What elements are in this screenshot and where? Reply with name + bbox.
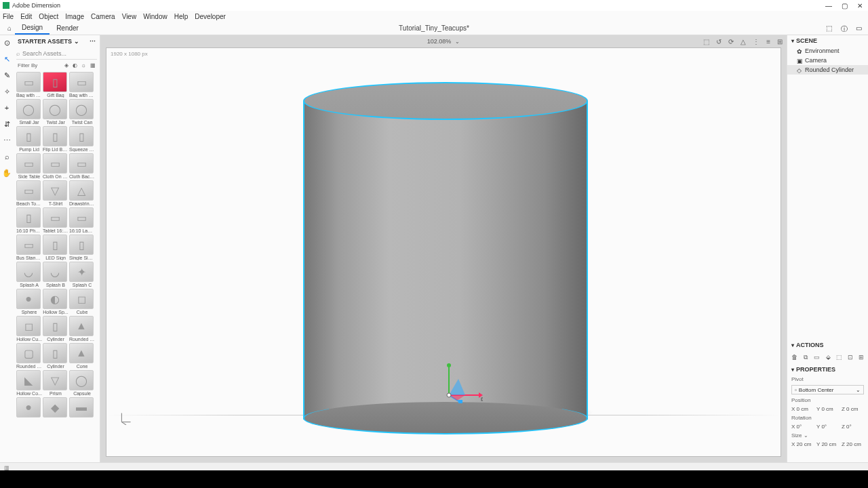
cards-icon[interactable]: ▥	[4, 465, 9, 471]
menu-developer[interactable]: Developer	[195, 13, 226, 20]
menu-object[interactable]: Object	[39, 13, 58, 20]
asset-item[interactable]: ▯Cylinder	[43, 316, 68, 342]
viewport[interactable]: 1920 x 1080 px	[106, 47, 781, 457]
position-x[interactable]: X 0 cm	[791, 406, 814, 412]
asset-item[interactable]: ▭Bag with W...	[16, 72, 42, 98]
menu-help[interactable]: Help	[174, 13, 189, 20]
canvas-tool-5[interactable]: ≡	[766, 38, 770, 45]
asset-item[interactable]: ▯16:10 Phone	[16, 207, 42, 233]
asset-item[interactable]: ◆	[43, 397, 68, 418]
asset-item[interactable]: ▭Side Table	[16, 153, 42, 179]
asset-item[interactable]: ▭Tablet 16:10	[43, 207, 68, 233]
asset-item[interactable]: ▢Rounded C...	[16, 343, 42, 369]
asset-item[interactable]: ▯LED Sign	[43, 235, 68, 260]
asset-item[interactable]: ▽T-Shirt	[43, 180, 68, 206]
action-1[interactable]: ⧉	[803, 353, 808, 361]
filter-materials-icon[interactable]: ◐	[73, 62, 77, 68]
home-button[interactable]: ⌂	[4, 24, 15, 32]
menu-camera[interactable]: Camera	[91, 13, 115, 20]
canvas-tool-3[interactable]: △	[741, 38, 746, 45]
asset-item[interactable]: ◣Hollow Co...	[16, 370, 42, 396]
position-y[interactable]: Y 0 cm	[816, 406, 839, 412]
tool-zoom[interactable]: ⌕	[2, 152, 12, 161]
size-y[interactable]: Y 20 cm	[816, 441, 839, 447]
asset-item[interactable]: ▲Cone	[69, 343, 95, 369]
assets-header[interactable]: STARTER ASSETS ⌄ ⋯	[14, 35, 100, 47]
asset-item[interactable]: ◡Splash A	[16, 262, 42, 287]
asset-item[interactable]: ▭Cloth Back...	[69, 153, 95, 179]
asset-item[interactable]: ◯Twist Can	[69, 99, 95, 125]
mode-design[interactable]: Design	[15, 22, 50, 35]
asset-item[interactable]: ●	[16, 397, 42, 418]
asset-item[interactable]: ◻Hollow Cu...	[16, 316, 42, 342]
asset-item[interactable]: ◡Splash B	[43, 262, 68, 287]
scene-item-rounded-cylinder[interactable]: ◇Rounded Cylinder	[787, 65, 868, 75]
asset-item[interactable]: ◐Hollow Sp...	[43, 289, 68, 314]
tool-eyedropper[interactable]: ✎	[2, 70, 12, 80]
actions-panel-header[interactable]: ACTIONS	[787, 340, 868, 350]
scene-item-environment[interactable]: ✿Environment	[787, 46, 868, 56]
asset-item[interactable]: ◯Small Jar	[16, 99, 42, 125]
canvas-tool-4[interactable]: ⋮	[753, 38, 760, 45]
maximize-button[interactable]: ▢	[842, 2, 848, 9]
tool-dash[interactable]: ⋯	[2, 136, 12, 145]
filter-models-icon[interactable]: ◈	[64, 62, 68, 68]
asset-item[interactable]: ▯Single Sign...	[69, 235, 95, 260]
action-5[interactable]: ⊡	[848, 353, 853, 361]
info-icon[interactable]: ⓘ	[841, 24, 849, 33]
action-6[interactable]: ⊞	[859, 353, 864, 361]
asset-item[interactable]: ✦Splash C	[69, 262, 95, 287]
asset-item[interactable]: ▯Gift Bag	[43, 72, 68, 98]
position-z[interactable]: Z 0 cm	[842, 406, 864, 412]
transform-gizmo[interactable]	[442, 363, 483, 403]
minimize-button[interactable]: —	[825, 2, 832, 9]
canvas-tool-1[interactable]: ↺	[716, 38, 722, 45]
scene-panel-header[interactable]: SCENE	[787, 35, 868, 46]
asset-item[interactable]: ▯Pump Lid	[16, 126, 42, 152]
action-4[interactable]: ⬚	[836, 353, 842, 361]
chat-icon[interactable]: ▭	[856, 24, 864, 33]
rotation-x[interactable]: X 0°	[791, 424, 814, 430]
tool-select[interactable]: ⊙	[2, 38, 12, 47]
chevron-down-icon[interactable]: ⌄	[455, 39, 460, 45]
filter-images-icon[interactable]: ▦	[90, 62, 96, 68]
close-button[interactable]: ✕	[857, 2, 863, 9]
tool-align[interactable]: ⇵	[2, 119, 12, 129]
asset-item[interactable]: ▭16:10 Lapt...	[69, 207, 95, 233]
more-icon[interactable]: ⋯	[90, 38, 96, 45]
scene-item-camera[interactable]: ▣Camera	[787, 56, 868, 65]
asset-item[interactable]: ▽Prism	[43, 370, 68, 396]
pivot-dropdown[interactable]: ▫ Bottom Center ⌄	[791, 385, 864, 394]
menu-view[interactable]: View	[122, 13, 137, 20]
action-3[interactable]: ⬙	[825, 353, 831, 361]
asset-item[interactable]: ◯Capsule	[69, 370, 95, 396]
action-2[interactable]: ▭	[814, 353, 820, 361]
filter-lights-icon[interactable]: ☼	[81, 62, 86, 68]
zoom-readout[interactable]: 102.08%	[427, 38, 452, 45]
menu-window[interactable]: Window	[143, 13, 167, 20]
mode-render[interactable]: Render	[50, 22, 85, 35]
asset-item[interactable]: ▬	[69, 397, 95, 418]
action-0[interactable]: 🗑	[791, 353, 797, 361]
asset-item[interactable]: ▲Rounded C...	[69, 316, 95, 342]
properties-panel-header[interactable]: PROPERTIES	[787, 364, 868, 375]
asset-item[interactable]: ●Sphere	[16, 289, 42, 314]
rotation-y[interactable]: Y 0°	[816, 424, 839, 430]
tool-hand[interactable]: ✋	[2, 168, 12, 178]
asset-item[interactable]: ▭Bag with C...	[69, 72, 95, 98]
cloud-icon[interactable]: ⬚	[826, 24, 834, 33]
asset-item[interactable]: ◻Cube	[69, 289, 95, 314]
asset-item[interactable]: ▯Flip Lid Bo...	[43, 126, 68, 152]
asset-item[interactable]: ▭Bus Stand...	[16, 235, 42, 260]
rotation-z[interactable]: Z 0°	[842, 424, 864, 430]
search-input[interactable]: ⌕ Search Assets...	[16, 47, 97, 60]
asset-item[interactable]: ▯Squeeze T...	[69, 126, 95, 152]
size-x[interactable]: X 20 cm	[791, 441, 814, 447]
canvas-tool-0[interactable]: ⬚	[703, 38, 709, 45]
asset-item[interactable]: ▭Cloth On T...	[43, 153, 68, 179]
asset-item[interactable]: ▭Beach Tow...	[16, 180, 42, 206]
tool-magicwand[interactable]: ✧	[2, 87, 12, 96]
size-z[interactable]: Z 20 cm	[842, 441, 864, 447]
menu-image[interactable]: Image	[65, 13, 84, 20]
tool-add[interactable]: +	[2, 103, 12, 113]
